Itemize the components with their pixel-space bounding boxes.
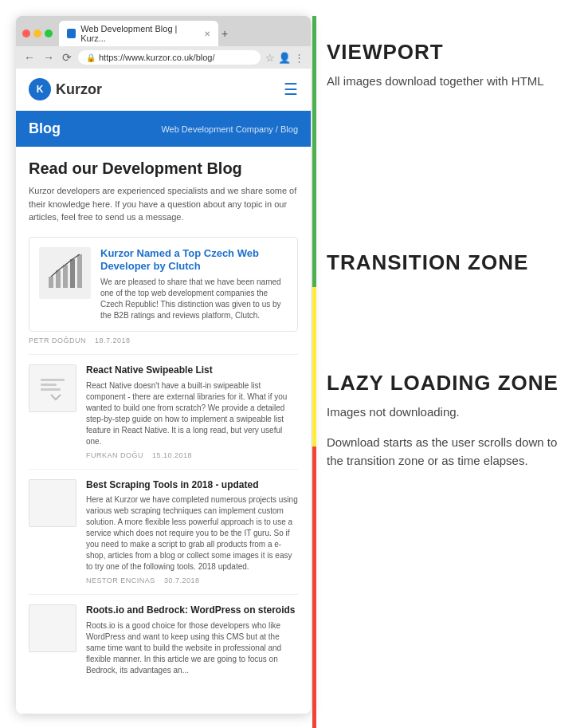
lazy-loading-desc-2: Download starts as the user scrolls down… <box>327 434 574 470</box>
lazy-loading-zone-section: LAZY LOADING ZONE Images not downloading… <box>327 371 574 470</box>
forward-button[interactable]: → <box>41 51 56 64</box>
back-button[interactable]: ← <box>22 51 37 64</box>
viewport-zone-label: VIEWPORT <box>327 40 574 65</box>
article-info-1: React Native Swipeable List React Native… <box>86 364 298 459</box>
blog-intro: Kurzor developers are experienced specia… <box>29 184 298 224</box>
tab-close-button[interactable]: ✕ <box>204 30 210 38</box>
article-info-2: Best Scraping Tools in 2018 - updated He… <box>86 479 298 585</box>
green-zone-bar <box>312 16 316 287</box>
article-thumbnail-1 <box>29 364 76 412</box>
featured-info: Kurzor Named a Top Czech Web Developer b… <box>100 247 288 322</box>
active-browser-tab[interactable]: Web Development Blog | Kurz... ✕ <box>59 21 218 46</box>
account-icon[interactable]: 👤 <box>278 52 291 64</box>
article-author-1: FURKAN DOĞU <box>86 451 143 459</box>
article-excerpt-3: Roots.io is a good choice for those deve… <box>86 620 298 676</box>
site-nav: Blog Web Development Company / Blog <box>16 111 311 147</box>
article-item-3[interactable]: Roots.io and Bedrock: WordPress on stero… <box>29 594 298 690</box>
viewport-zone-section: VIEWPORT All images download together wi… <box>327 40 574 91</box>
article-item[interactable]: React Native Swipeable List React Native… <box>29 354 298 469</box>
svg-rect-1 <box>56 270 61 288</box>
svg-rect-3 <box>70 259 75 288</box>
browser-panel: Web Development Blog | Kurz... ✕ + ← → ⟳… <box>16 16 311 714</box>
logo-initial: K <box>37 84 44 95</box>
featured-thumbnail <box>39 247 91 299</box>
transition-zone-section: TRANSITION ZONE <box>327 250 574 275</box>
featured-title: Kurzor Named a Top Czech Web Developer b… <box>100 247 288 274</box>
bookmark-icon[interactable]: ☆ <box>265 52 275 64</box>
browser-address-bar: ← → ⟳ 🔒 https://www.kurzor.co.uk/blog/ ☆… <box>16 46 311 69</box>
maximize-dot[interactable] <box>45 30 53 37</box>
swipe-icon <box>37 372 69 404</box>
browser-chrome: Web Development Blog | Kurz... ✕ + ← → ⟳… <box>16 16 311 69</box>
browser-dots <box>22 30 53 37</box>
svg-rect-6 <box>41 384 57 386</box>
address-field[interactable]: 🔒 https://www.kurzor.co.uk/blog/ <box>78 50 261 65</box>
svg-rect-0 <box>49 277 53 288</box>
article-excerpt-2: Here at Kurzor we have completed numerou… <box>86 494 298 573</box>
blog-main-title: Read our Development Blog <box>29 159 298 178</box>
tab-favicon <box>67 29 76 38</box>
article-title-3: Roots.io and Bedrock: WordPress on stero… <box>86 604 298 617</box>
viewport-zone-description: All images download together with HTML <box>327 73 574 91</box>
new-tab-button[interactable]: + <box>221 27 228 40</box>
hamburger-menu[interactable]: ☰ <box>284 80 298 99</box>
article-date-1: 15.10.2018 <box>152 451 192 459</box>
lazy-loading-desc-1: Images not downloading. <box>327 403 574 422</box>
article-title-1: React Native Swipeable List <box>86 364 298 377</box>
article-date-2: 30.7.2018 <box>164 576 200 584</box>
site-logo: K Kurzor <box>29 78 102 100</box>
article-author-2: NESTOR ENCINAS <box>86 576 155 584</box>
lock-icon: 🔒 <box>86 53 96 62</box>
nav-breadcrumb: Web Development Company / Blog <box>161 124 298 134</box>
featured-article[interactable]: Kurzor Named a Top Czech Web Developer b… <box>29 237 298 333</box>
menu-icon[interactable]: ⋮ <box>294 52 304 64</box>
article-info-3: Roots.io and Bedrock: WordPress on stero… <box>86 604 298 680</box>
featured-excerpt: We are pleased to share that we have bee… <box>100 277 288 321</box>
yellow-zone-bar <box>312 287 316 447</box>
svg-rect-5 <box>41 379 65 381</box>
featured-meta: PETR DOĞDUN 18.7.2018 <box>29 336 298 344</box>
logo-icon: K <box>29 78 51 100</box>
article-thumbnail-2 <box>29 479 76 527</box>
lazy-loading-zone-label: LAZY LOADING ZONE <box>327 371 574 395</box>
blog-content: Read our Development Blog Kurzor develop… <box>16 147 311 702</box>
red-zone-bar <box>312 447 316 728</box>
article-item-2[interactable]: Best Scraping Tools in 2018 - updated He… <box>29 469 298 595</box>
reload-button[interactable]: ⟳ <box>61 51 73 64</box>
logo-text: Kurzor <box>56 81 102 98</box>
article-meta-1: FURKAN DOĞU 15.10.2018 <box>86 451 298 459</box>
browser-tab-bar: Web Development Blog | Kurz... ✕ + <box>16 16 311 46</box>
svg-rect-2 <box>63 265 68 288</box>
transition-zone-label: TRANSITION ZONE <box>327 250 574 275</box>
article-thumbnail-3 <box>29 604 76 652</box>
info-panel: VIEWPORT All images download together wi… <box>327 16 574 494</box>
featured-date: 18.7.2018 <box>95 336 131 344</box>
url-text: https://www.kurzor.co.uk/blog/ <box>99 53 215 62</box>
website-content: K Kurzor ☰ Blog Web Development Company … <box>16 69 311 714</box>
article-title-2: Best Scraping Tools in 2018 - updated <box>86 479 298 492</box>
svg-rect-4 <box>77 254 82 288</box>
tab-title: Web Development Blog | Kurz... <box>80 24 196 43</box>
featured-author: PETR DOĞDUN <box>29 336 86 344</box>
close-dot[interactable] <box>22 30 30 37</box>
nav-title: Blog <box>29 120 61 137</box>
article-excerpt-1: React Native doesn't have a built-in swi… <box>86 380 298 447</box>
minimize-dot[interactable] <box>33 30 41 37</box>
svg-rect-7 <box>41 388 61 391</box>
chart-icon <box>45 253 85 293</box>
address-actions: ☆ 👤 ⋮ <box>265 52 304 64</box>
site-header: K Kurzor ☰ <box>16 69 311 111</box>
article-meta-2: NESTOR ENCINAS 30.7.2018 <box>86 576 298 584</box>
